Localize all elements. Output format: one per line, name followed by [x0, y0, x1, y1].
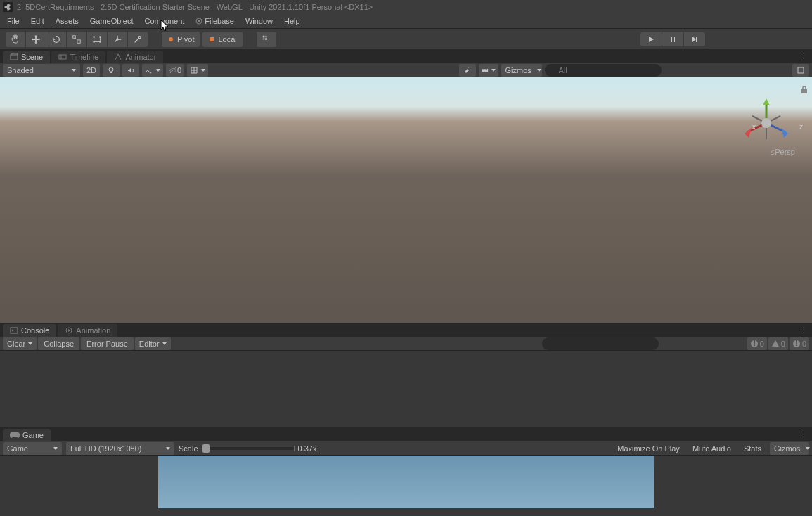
gizmos-label: Gizmos: [505, 66, 531, 75]
lighting-toggle-button[interactable]: [103, 64, 120, 77]
svg-point-10: [169, 37, 173, 41]
gizmos-dropdown[interactable]: Gizmos: [501, 64, 542, 77]
console-search-input[interactable]: [542, 337, 659, 350]
tab-animation[interactable]: Animation: [58, 324, 117, 337]
perspective-label[interactable]: ≤ Persp: [770, 148, 795, 156]
scene-search-input[interactable]: [545, 64, 662, 77]
svg-point-6: [99, 36, 101, 38]
svg-point-1: [198, 20, 200, 22]
dropdown-arrow-icon: [491, 69, 496, 72]
move-tool-button[interactable]: [26, 32, 46, 47]
shading-mode-label: Shaded: [7, 66, 34, 75]
dropdown-arrow-icon: [156, 69, 160, 72]
local-label: Local: [218, 35, 236, 44]
hand-tool-button[interactable]: [6, 32, 25, 47]
scene-view[interactable]: x z ≤ Persp: [0, 77, 812, 323]
rect-tool-button[interactable]: [87, 32, 107, 47]
menu-help[interactable]: Help: [278, 15, 306, 27]
scale-label: Scale: [179, 444, 198, 453]
menu-filebase[interactable]: Filebase: [190, 15, 240, 27]
scale-slider[interactable]: [202, 447, 294, 450]
mute-audio-toggle[interactable]: Mute Audio: [688, 444, 735, 453]
console-toolbar: Clear Collapse Error Pause Editor ! 0 0 …: [0, 337, 812, 351]
step-button[interactable]: [684, 32, 705, 46]
svg-rect-14: [263, 38, 265, 40]
slider-end-tick: [294, 446, 295, 451]
hidden-count: 0: [177, 66, 181, 75]
tab-game-label: Game: [22, 431, 44, 439]
info-count-badge[interactable]: ! 0: [747, 337, 767, 350]
clear-button[interactable]: Clear: [3, 337, 37, 350]
console-tab-bar: Console Animation ⋮: [0, 323, 812, 337]
2d-toggle-button[interactable]: 2D: [83, 64, 100, 77]
game-gizmos-dropdown[interactable]: Gizmos: [770, 442, 809, 455]
play-button[interactable]: [640, 32, 662, 46]
grid-dropdown[interactable]: [187, 64, 208, 77]
tab-scene[interactable]: Scene: [3, 51, 50, 63]
audio-toggle-button[interactable]: [122, 64, 139, 77]
pause-button[interactable]: [662, 32, 683, 46]
editor-label: Editor: [139, 340, 160, 348]
menu-gameobject[interactable]: GameObject: [84, 15, 139, 27]
tab-console[interactable]: Console: [3, 324, 56, 337]
camera-icon: [482, 66, 489, 75]
display-label: Game: [7, 444, 28, 453]
display-dropdown[interactable]: Game: [3, 442, 62, 455]
pivot-button[interactable]: Pivot: [162, 32, 200, 47]
tab-game[interactable]: Game: [3, 429, 51, 441]
svg-rect-17: [674, 37, 675, 42]
unity-logo-icon: [3, 2, 13, 12]
local-button[interactable]: Local: [202, 32, 242, 47]
play-controls: [640, 32, 705, 46]
svg-point-22: [109, 67, 113, 72]
menu-edit[interactable]: Edit: [25, 15, 50, 27]
error-pause-button[interactable]: Error Pause: [81, 337, 134, 350]
lock-icon[interactable]: [801, 86, 808, 94]
stats-toggle[interactable]: Stats: [740, 444, 766, 453]
error-count-badge[interactable]: ! 0: [790, 337, 809, 350]
menu-assets[interactable]: Assets: [50, 15, 84, 27]
svg-rect-2: [73, 35, 76, 38]
scene-visibility-button[interactable]: [792, 64, 809, 77]
orientation-gizmo[interactable]: [735, 91, 798, 155]
shading-mode-dropdown[interactable]: Shaded: [3, 64, 80, 77]
game-view[interactable]: [0, 456, 812, 508]
svg-rect-20: [59, 55, 66, 59]
slider-thumb[interactable]: [202, 444, 210, 453]
scale-tool-button[interactable]: [67, 32, 86, 47]
resolution-dropdown[interactable]: Full HD (1920x1080): [66, 442, 174, 455]
effects-dropdown[interactable]: [142, 64, 163, 77]
grid-icon: [190, 66, 198, 75]
scene-tools-button[interactable]: [459, 64, 476, 77]
transform-tool-button[interactable]: [108, 32, 127, 47]
main-toolbar: Pivot Local: [0, 28, 812, 49]
tab-context-menu-icon[interactable]: ⋮: [800, 52, 808, 61]
warning-count-badge[interactable]: 0: [768, 337, 788, 350]
svg-point-9: [116, 38, 119, 41]
warning-count: 0: [781, 340, 785, 348]
menu-file[interactable]: File: [1, 15, 25, 27]
editor-dropdown[interactable]: Editor: [135, 337, 171, 350]
menu-component[interactable]: Component: [138, 15, 190, 27]
camera-dropdown[interactable]: [479, 64, 498, 77]
menu-window[interactable]: Window: [240, 15, 278, 27]
game-tab-menu-icon[interactable]: ⋮: [800, 430, 808, 439]
dropdown-arrow-icon: [28, 342, 32, 345]
scene-search-wrap: [545, 64, 790, 77]
custom-tool-button[interactable]: [128, 32, 148, 47]
dropdown-arrow-icon: [72, 69, 76, 72]
snap-button[interactable]: [257, 32, 276, 47]
hidden-objects-button[interactable]: 0: [166, 64, 184, 77]
tab-animator[interactable]: Animator: [107, 51, 163, 63]
game-gizmos-label: Gizmos: [774, 444, 800, 453]
svg-rect-19: [11, 55, 18, 60]
svg-point-5: [93, 36, 95, 38]
tab-timeline[interactable]: Timeline: [51, 51, 105, 63]
console-tab-menu-icon[interactable]: ⋮: [800, 325, 808, 335]
scale-value: 0.37x: [298, 444, 317, 453]
collapse-button[interactable]: Collapse: [38, 337, 79, 350]
tab-scene-label: Scene: [21, 53, 43, 61]
menubar: File Edit Assets GameObject Component Fi…: [0, 14, 812, 28]
rotate-tool-button[interactable]: [46, 32, 66, 47]
maximize-on-play-toggle[interactable]: Maximize On Play: [613, 444, 684, 453]
